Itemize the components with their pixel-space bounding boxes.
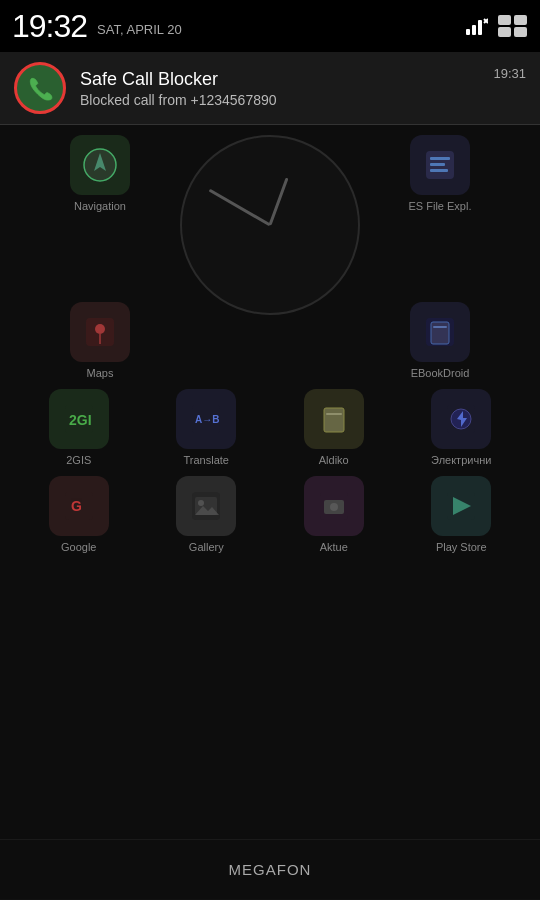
- app-label-esfile: ES File Expl.: [409, 200, 472, 212]
- list-item: [225, 135, 315, 212]
- app-row-3: 2GI 2GIS A→B Translate Aldiko Э: [15, 389, 525, 466]
- app-label-playstore: Play Store: [436, 541, 487, 553]
- app-icon-playstore: [431, 476, 491, 536]
- app-icon-ebook: [410, 302, 470, 362]
- app-label-aldiko: Aldiko: [319, 454, 349, 466]
- svg-point-37: [330, 503, 338, 511]
- app-label-maps: Maps: [87, 367, 114, 379]
- svg-rect-26: [326, 413, 342, 415]
- svg-rect-7: [498, 27, 511, 37]
- app-row-4: G Google Gallery Aktue Play St: [15, 476, 525, 553]
- notification-text: Safe Call Blocker Blocked call from +123…: [80, 69, 493, 108]
- app-icon-esfile: [410, 135, 470, 195]
- svg-rect-6: [514, 15, 527, 25]
- svg-rect-2: [478, 20, 482, 35]
- notification-body: Blocked call from +1234567890: [80, 92, 493, 108]
- list-item[interactable]: EBookDroid: [395, 302, 485, 379]
- notification-time: 19:31: [493, 66, 526, 81]
- status-time: 19:32: [12, 8, 87, 45]
- notification-title: Safe Call Blocker: [80, 69, 493, 90]
- svg-point-16: [95, 324, 105, 334]
- list-item[interactable]: Play Store: [416, 476, 506, 553]
- app-row-1: Navigation ES File Expl.: [15, 135, 525, 212]
- svg-rect-14: [430, 169, 448, 172]
- status-date: SAT, APRIL 20: [97, 22, 182, 37]
- svg-rect-18: [431, 322, 449, 344]
- phone-icon: [25, 73, 55, 103]
- app-icon-maps: [70, 302, 130, 362]
- svg-text:2GI: 2GI: [69, 412, 92, 428]
- carrier-bar: MEGAFON: [0, 839, 540, 899]
- home-screen: Navigation ES File Expl. Maps: [0, 125, 540, 839]
- app-icon-2gis: 2GI: [49, 389, 109, 449]
- app-label-2gis: 2GIS: [66, 454, 91, 466]
- list-item[interactable]: ES File Expl.: [395, 135, 485, 212]
- svg-rect-25: [324, 408, 344, 432]
- svg-rect-8: [514, 27, 527, 37]
- list-item: [225, 302, 315, 379]
- app-label-translate: Translate: [184, 454, 229, 466]
- svg-rect-0: [466, 29, 470, 35]
- app-icon-gallery: [176, 476, 236, 536]
- app-label-google: Google: [61, 541, 96, 553]
- carrier-name: MEGAFON: [229, 861, 312, 878]
- notification-icon: [14, 62, 66, 114]
- status-icons: [466, 15, 528, 37]
- svg-rect-12: [430, 157, 450, 160]
- app-grid: Navigation ES File Expl. Maps: [0, 125, 540, 573]
- app-label-aktue: Aktue: [320, 541, 348, 553]
- svg-rect-13: [430, 163, 445, 166]
- signal-icon: [466, 17, 488, 35]
- list-item[interactable]: Maps: [55, 302, 145, 379]
- status-bar: 19:32 SAT, APRIL 20: [0, 0, 540, 52]
- svg-text:G: G: [71, 498, 82, 514]
- list-item[interactable]: Gallery: [161, 476, 251, 553]
- app-icon-translate: A→B: [176, 389, 236, 449]
- people-icon: [498, 15, 528, 37]
- app-label-electro: Электрични: [431, 454, 491, 466]
- svg-rect-5: [498, 15, 511, 25]
- svg-rect-19: [433, 326, 447, 328]
- app-label-gallery: Gallery: [189, 541, 224, 553]
- list-item[interactable]: Aldiko: [289, 389, 379, 466]
- svg-point-33: [198, 500, 204, 506]
- list-item[interactable]: Aktue: [289, 476, 379, 553]
- app-row-2: Maps EBookDroid: [15, 302, 525, 379]
- list-item[interactable]: Navigation: [55, 135, 145, 212]
- app-icon-aktue: [304, 476, 364, 536]
- svg-rect-1: [472, 25, 476, 35]
- list-item[interactable]: G Google: [34, 476, 124, 553]
- app-label-ebook: EBookDroid: [411, 367, 470, 379]
- app-icon-navigation: [70, 135, 130, 195]
- app-label-navigation: Navigation: [74, 200, 126, 212]
- list-item[interactable]: A→B Translate: [161, 389, 251, 466]
- notification-banner[interactable]: Safe Call Blocker Blocked call from +123…: [0, 52, 540, 125]
- svg-text:A→B: A→B: [195, 414, 219, 425]
- app-icon-electro: [431, 389, 491, 449]
- app-icon-google: G: [49, 476, 109, 536]
- app-icon-aldiko: [304, 389, 364, 449]
- list-item[interactable]: 2GI 2GIS: [34, 389, 124, 466]
- list-item[interactable]: Электрични: [416, 389, 506, 466]
